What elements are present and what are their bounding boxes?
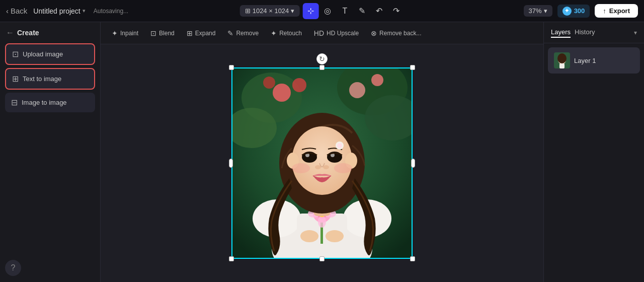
- layer-name-label: Layer 1: [574, 57, 596, 64]
- upload-icon: ⊡: [12, 49, 19, 59]
- remove-icon: ✎: [227, 29, 233, 37]
- image-to-image-label: Image to image: [22, 99, 67, 106]
- nav-center-tools: ⊞ 1024 × 1024 ▾ ⊹ ◎ T ✎ ↶ ↷: [240, 3, 405, 19]
- svg-point-41: [557, 53, 567, 63]
- text-image-icon: ⊞: [12, 74, 19, 84]
- layer-thumbnail: [554, 52, 570, 68]
- back-button[interactable]: ‹ Back: [6, 7, 27, 15]
- sidebar-header: ← Create: [5, 28, 95, 37]
- right-sidebar: Layers History ▾ Layer 1: [543, 22, 644, 282]
- retouch-icon: ✦: [271, 29, 277, 37]
- text-to-image-label: Text to image: [23, 75, 61, 83]
- blend-button[interactable]: ⊡ Blend: [145, 27, 180, 40]
- nav-right-group: 37% ▾ ✦ 300 ↑ Export: [524, 4, 638, 18]
- blend-label: Blend: [159, 30, 175, 37]
- sidebar-back-icon[interactable]: ←: [6, 28, 14, 37]
- pen-tool-button[interactable]: ✎: [354, 3, 370, 19]
- zoom-chevron-icon: ▾: [544, 7, 547, 15]
- help-icon: ?: [11, 263, 16, 272]
- handle-bottom-left[interactable]: [229, 256, 234, 261]
- resize-icon: ⊞: [245, 7, 251, 15]
- img2img-icon: ⊟: [11, 98, 18, 107]
- inpaint-button[interactable]: ✦ Inpaint: [107, 27, 143, 40]
- sidebar-title: Create: [17, 29, 39, 37]
- export-button[interactable]: ↑ Export: [595, 4, 638, 18]
- history-tab-label: History: [575, 28, 595, 36]
- tool-group: ⊹ ◎ T ✎ ↶ ↷: [302, 3, 404, 19]
- svg-point-20: [318, 216, 326, 228]
- remove-bg-label: Remove back...: [379, 30, 421, 37]
- expand-button[interactable]: ⊞ Expand: [182, 27, 221, 40]
- remove-label: Remove: [236, 30, 259, 37]
- svg-point-36: [334, 163, 352, 173]
- svg-point-8: [349, 82, 365, 98]
- undo-button[interactable]: ↶: [371, 3, 387, 19]
- expand-label: Expand: [195, 30, 216, 37]
- blend-icon: ⊡: [150, 29, 156, 37]
- redo-button[interactable]: ↷: [388, 3, 404, 19]
- upscale-icon: HD: [314, 29, 324, 37]
- remove-button[interactable]: ✎ Remove: [222, 27, 264, 40]
- handle-bottom-center[interactable]: [319, 256, 325, 261]
- upload-image-button[interactable]: ⊡ Upload image: [5, 43, 95, 65]
- retouch-button[interactable]: ✦ Retouch: [266, 27, 307, 40]
- svg-point-7: [263, 77, 275, 89]
- svg-point-15: [326, 230, 344, 242]
- help-button[interactable]: ?: [5, 260, 21, 276]
- sidebar-bottom: ?: [5, 260, 95, 276]
- handle-middle-right[interactable]: [411, 159, 415, 168]
- image-to-image-button[interactable]: ⊟ Image to image: [5, 93, 95, 112]
- history-chevron-icon: ▾: [634, 29, 637, 36]
- handle-top-center[interactable]: [319, 65, 325, 70]
- canvas-size-label: 1024 × 1024: [253, 7, 289, 15]
- history-tab[interactable]: History: [575, 27, 595, 38]
- zoom-selector[interactable]: 37% ▾: [524, 5, 552, 17]
- remove-bg-icon: ⊗: [371, 29, 377, 37]
- autosave-status: Autosaving...: [94, 8, 128, 15]
- layer-item[interactable]: Layer 1: [548, 47, 640, 74]
- canvas-container: ↻: [231, 67, 413, 259]
- project-name-button[interactable]: Untitled project ▾: [33, 7, 85, 15]
- expand-icon: ⊞: [187, 29, 193, 37]
- canvas-size-selector[interactable]: ⊞ 1024 × 1024 ▾: [240, 5, 300, 17]
- upscale-label: HD Upscale: [327, 30, 359, 37]
- back-arrow-icon: ‹: [6, 7, 9, 15]
- canvas-image: [231, 67, 413, 259]
- project-chevron-icon: ▾: [83, 8, 86, 14]
- select-tool-button[interactable]: ⊹: [302, 3, 318, 19]
- svg-point-34: [323, 165, 329, 169]
- text-tool-button[interactable]: T: [337, 3, 353, 19]
- handle-middle-left[interactable]: [229, 159, 233, 168]
- handle-top-right[interactable]: [410, 65, 415, 70]
- lasso-tool-button[interactable]: ◎: [319, 3, 336, 19]
- handle-bottom-right[interactable]: [410, 256, 415, 261]
- project-name-text: Untitled project: [33, 7, 80, 15]
- svg-point-9: [371, 74, 383, 86]
- inpaint-label: Inpaint: [120, 30, 138, 37]
- svg-point-6: [292, 78, 306, 92]
- handle-top-left[interactable]: [229, 65, 234, 70]
- canvas-area[interactable]: ↻: [101, 44, 543, 282]
- svg-point-5: [273, 84, 291, 102]
- rotate-handle[interactable]: ↻: [316, 53, 328, 64]
- layers-tab[interactable]: Layers: [551, 27, 571, 38]
- inpaint-icon: ✦: [112, 29, 118, 37]
- svg-point-35: [292, 163, 310, 173]
- left-sidebar: ← Create ⊡ Upload image ⊞ Text to image …: [0, 22, 101, 282]
- right-tab-group: Layers History: [551, 27, 595, 38]
- remove-bg-button[interactable]: ⊗ Remove back...: [366, 27, 426, 40]
- svg-point-33: [315, 165, 321, 169]
- text-to-image-button[interactable]: ⊞ Text to image: [5, 68, 95, 90]
- upload-image-label: Upload image: [23, 50, 63, 58]
- zoom-value: 37%: [529, 7, 542, 15]
- right-sidebar-header: Layers History ▾: [544, 22, 644, 43]
- layers-tab-label: Layers: [551, 28, 571, 36]
- export-icon: ↑: [603, 7, 606, 15]
- credits-display: ✦ 300: [557, 5, 590, 18]
- credit-icon: ✦: [562, 7, 572, 16]
- svg-point-14: [300, 230, 318, 242]
- history-dropdown[interactable]: ▾: [634, 29, 637, 36]
- upscale-button[interactable]: HD HD Upscale: [309, 27, 364, 40]
- editor-area: ✦ Inpaint ⊡ Blend ⊞ Expand ✎ Remove ✦ Re…: [101, 22, 543, 282]
- credits-value: 300: [574, 7, 585, 15]
